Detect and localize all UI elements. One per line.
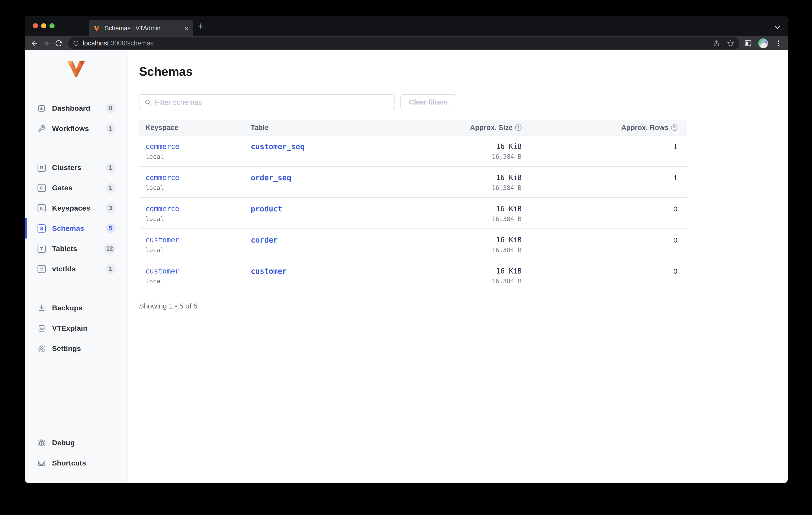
sidebar-item-tablets[interactable]: TTablets12	[25, 239, 127, 259]
window-controls	[33, 23, 55, 28]
forward-button[interactable]	[42, 38, 51, 48]
help-icon[interactable]: ?	[515, 125, 522, 131]
clusters-letter-icon: R	[37, 164, 46, 172]
filter-field	[139, 94, 395, 110]
sidebar-nav: Dashboard0Workflows1RClusters1GGates1KKe…	[25, 98, 127, 359]
close-window-button[interactable]	[33, 23, 38, 28]
clear-filters-button[interactable]: Clear filters	[401, 94, 456, 110]
dashboard-icon	[37, 104, 46, 112]
table-row: customerlocalcustomer16 KiB16,384 B0	[139, 260, 687, 291]
count-badge: 12	[104, 244, 116, 254]
table-row: commercelocalorder_seq16 KiB16,384 B1	[139, 167, 687, 198]
table-link[interactable]: customer	[251, 267, 287, 275]
search-icon	[145, 99, 151, 105]
sidebar-item-shortcuts[interactable]: Shortcuts	[25, 453, 127, 473]
sidebar-item-label: VTExplain	[52, 324, 87, 332]
site-info-icon[interactable]	[73, 40, 79, 46]
approx-size: 16 KiB	[400, 236, 522, 244]
browser-menu-icon[interactable]	[775, 39, 782, 47]
sidebar-item-label: Gates	[52, 184, 72, 192]
keyspaces-letter-icon: K	[37, 204, 46, 212]
sidebar-item-schemas[interactable]: SSchemas5	[25, 218, 127, 239]
sidebar-item-dashboard[interactable]: Dashboard0	[25, 98, 127, 118]
keyspace-link[interactable]: customer	[145, 267, 179, 275]
sidebar-item-label: Settings	[52, 344, 81, 353]
gear-icon	[37, 345, 46, 353]
schemas-letter-icon: S	[37, 224, 46, 233]
size-bytes: 16,384 B	[400, 184, 522, 191]
sidebar-item-label: Dashboard	[52, 104, 90, 112]
sidebar-footer: DebugShortcuts	[25, 433, 127, 483]
approx-rows: 1	[522, 173, 687, 182]
table-link[interactable]: corder	[251, 236, 278, 244]
sidebar-item-label: Schemas	[52, 224, 84, 233]
tab-search-chevron-down-icon[interactable]	[773, 24, 781, 32]
count-badge: 3	[106, 203, 116, 213]
table-link[interactable]: product	[251, 205, 282, 213]
sidebar-item-clusters[interactable]: RClusters1	[25, 158, 127, 178]
count-badge: 1	[106, 124, 116, 134]
approx-rows: 0	[522, 205, 687, 213]
side-panel-icon[interactable]	[744, 39, 752, 47]
size-bytes: 16,384 B	[400, 277, 522, 285]
approx-size: 16 KiB	[400, 267, 522, 275]
size-bytes: 16,384 B	[400, 215, 522, 222]
sidebar-item-backups[interactable]: Backups	[25, 298, 127, 318]
browser-tab[interactable]: Schemas | VTAdmin ×	[89, 20, 193, 36]
cluster-name: local	[145, 246, 251, 254]
sidebar-item-vtexplain[interactable]: VTExplain	[25, 318, 127, 338]
sidebar-item-keyspaces[interactable]: KKeyspaces3	[25, 198, 127, 218]
column-header-approx-size[interactable]: Approx. Size ?	[400, 124, 522, 132]
keyboard-icon	[37, 459, 46, 467]
table-body: commercelocalcustomer_seq16 KiB16,384 B1…	[139, 135, 687, 291]
tab-strip: Schemas | VTAdmin × +	[25, 16, 788, 36]
browser-toolbar: localhost:3000/schemas	[25, 36, 788, 50]
tablets-letter-icon: T	[37, 245, 46, 253]
count-badge: 0	[106, 103, 116, 113]
cluster-name: local	[145, 215, 251, 222]
column-header-approx-rows[interactable]: Approx. Rows ?	[522, 124, 687, 132]
cluster-name: local	[145, 184, 251, 191]
keyspace-link[interactable]: commerce	[145, 173, 179, 182]
table-link[interactable]: order_seq	[251, 173, 291, 182]
tab-title: Schemas | VTAdmin	[105, 25, 161, 32]
vitess-favicon-icon	[93, 25, 100, 32]
zoom-window-button[interactable]	[50, 23, 55, 28]
size-bytes: 16,384 B	[400, 246, 522, 254]
desktop-background: Schemas | VTAdmin × + localhost:	[0, 0, 812, 515]
bookmark-star-icon[interactable]	[727, 40, 734, 47]
keyspace-link[interactable]: commerce	[145, 205, 179, 213]
schemas-table: Keyspace Table Approx. Size ? Approx. Ro…	[139, 120, 687, 291]
url-text: localhost:3000/schemas	[83, 39, 154, 47]
browser-window: Schemas | VTAdmin × + localhost:	[25, 16, 788, 483]
minimize-window-button[interactable]	[41, 23, 46, 28]
vitess-logo[interactable]	[25, 60, 127, 77]
table-row: commercelocalproduct16 KiB16,384 B0	[139, 198, 687, 229]
share-icon[interactable]	[713, 40, 720, 47]
sidebar-item-workflows[interactable]: Workflows1	[25, 118, 127, 139]
new-tab-button[interactable]: +	[198, 20, 204, 32]
keyspace-link[interactable]: commerce	[145, 142, 179, 151]
keyspace-link[interactable]: customer	[145, 236, 179, 244]
reload-button[interactable]	[54, 38, 63, 48]
sidebar-item-debug[interactable]: Debug	[25, 433, 127, 453]
approx-rows: 1	[522, 142, 687, 151]
column-header-keyspace[interactable]: Keyspace	[139, 124, 251, 132]
sidebar: Dashboard0Workflows1RClusters1GGates1KKe…	[25, 50, 128, 483]
profile-avatar[interactable]	[758, 38, 768, 48]
gates-letter-icon: G	[37, 184, 46, 192]
sidebar-item-gates[interactable]: GGates1	[25, 178, 127, 198]
column-header-table[interactable]: Table	[251, 124, 400, 132]
sidebar-item-vtctlds[interactable]: Vvtctlds1	[25, 259, 127, 279]
filter-controls: Clear filters	[139, 94, 788, 110]
table-link[interactable]: customer_seq	[251, 142, 305, 151]
filter-input[interactable]	[154, 98, 395, 107]
table-row: customerlocalcorder16 KiB16,384 B0	[139, 229, 687, 260]
address-bar[interactable]: localhost:3000/schemas	[68, 37, 740, 50]
sidebar-item-settings[interactable]: Settings	[25, 338, 127, 359]
sidebar-item-label: Workflows	[52, 125, 89, 133]
tab-close-icon[interactable]: ×	[184, 25, 188, 32]
help-icon[interactable]: ?	[671, 125, 677, 131]
download-icon	[37, 304, 46, 312]
back-button[interactable]	[30, 38, 38, 48]
